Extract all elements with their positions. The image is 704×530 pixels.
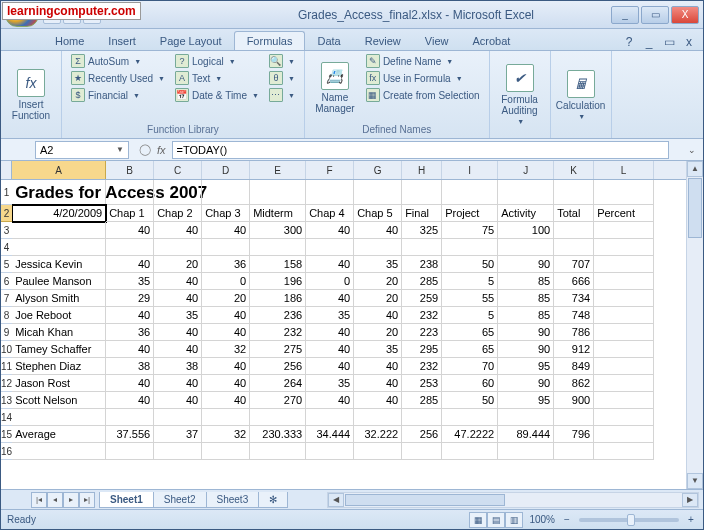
cell[interactable]: 35 [354, 341, 402, 358]
cell[interactable] [594, 273, 654, 290]
cell[interactable]: 47.2222 [442, 426, 498, 443]
cell[interactable]: 666 [554, 273, 594, 290]
row-header[interactable]: 3 [1, 222, 12, 239]
insert-function-button[interactable]: fx Insert Function [7, 53, 55, 136]
cell[interactable]: 90 [498, 375, 554, 392]
cell[interactable]: 186 [250, 290, 306, 307]
cell[interactable]: 223 [402, 324, 442, 341]
cell[interactable]: 36 [106, 324, 154, 341]
cell[interactable]: 285 [402, 273, 442, 290]
zoom-percent[interactable]: 100% [529, 514, 555, 525]
cell[interactable]: Alyson Smith [12, 290, 106, 307]
cell[interactable]: 32.222 [354, 426, 402, 443]
normal-view-button[interactable]: ▦ [469, 512, 487, 528]
tab-page-layout[interactable]: Page Layout [148, 32, 234, 50]
cell[interactable]: 40 [154, 392, 202, 409]
cell[interactable]: 100 [498, 222, 554, 239]
cell[interactable]: 295 [402, 341, 442, 358]
cell[interactable]: 300 [250, 222, 306, 239]
cell[interactable]: 32 [202, 341, 250, 358]
cell[interactable]: Jason Rost [12, 375, 106, 392]
cell[interactable]: 40 [354, 358, 402, 375]
cell[interactable] [594, 324, 654, 341]
cell[interactable]: 40 [154, 341, 202, 358]
cell[interactable]: 95 [498, 358, 554, 375]
cell[interactable]: Average [12, 426, 106, 443]
cell[interactable]: Midterm [250, 205, 306, 222]
cell[interactable] [354, 409, 402, 426]
zoom-out-button[interactable]: − [561, 514, 573, 525]
cell[interactable]: 862 [554, 375, 594, 392]
zoom-slider[interactable] [579, 518, 679, 522]
cell[interactable]: 40 [154, 273, 202, 290]
calculation-button[interactable]: 🖩 Calculation▼ [557, 53, 605, 136]
col-header[interactable]: F [306, 161, 354, 179]
cell[interactable]: 40 [354, 392, 402, 409]
selected-cell[interactable]: 4/20/2009 [12, 205, 106, 222]
define-name-button[interactable]: ✎Define Name▼ [363, 53, 483, 69]
cell[interactable]: 786 [554, 324, 594, 341]
cell[interactable] [250, 409, 306, 426]
cell[interactable]: Micah Khan [12, 324, 106, 341]
select-all-corner[interactable] [1, 161, 12, 180]
cell[interactable]: Joe Reboot [12, 307, 106, 324]
cell[interactable]: 35 [306, 307, 354, 324]
cell[interactable] [554, 239, 594, 256]
cell[interactable] [594, 180, 654, 205]
minimize-button[interactable]: _ [611, 6, 639, 24]
row-header[interactable]: 8 [1, 307, 12, 324]
row-header[interactable]: 11 [1, 358, 12, 375]
cell[interactable]: 40 [354, 375, 402, 392]
cell[interactable]: 236 [250, 307, 306, 324]
cell[interactable] [354, 180, 402, 205]
cell[interactable]: 60 [442, 375, 498, 392]
cell[interactable]: 40 [154, 222, 202, 239]
cell[interactable] [594, 375, 654, 392]
cell[interactable]: 40 [106, 222, 154, 239]
col-header[interactable]: A [12, 161, 106, 179]
scroll-down-icon[interactable]: ▼ [687, 473, 703, 489]
formula-input[interactable]: =TODAY() [172, 141, 669, 159]
cell[interactable]: 90 [498, 324, 554, 341]
cell[interactable]: 55 [442, 290, 498, 307]
cell[interactable]: Project [442, 205, 498, 222]
cell[interactable]: 89.444 [498, 426, 554, 443]
cell[interactable]: 238 [402, 256, 442, 273]
cell[interactable] [442, 409, 498, 426]
row-header[interactable]: 15 [1, 426, 12, 443]
create-from-selection-button[interactable]: ▦Create from Selection [363, 87, 483, 103]
autosum-button[interactable]: ΣAutoSum▼ [68, 53, 168, 69]
cell[interactable] [354, 239, 402, 256]
cell[interactable]: Total [554, 205, 594, 222]
zoom-in-button[interactable]: + [685, 514, 697, 525]
col-header[interactable]: C [154, 161, 202, 179]
cell[interactable] [250, 239, 306, 256]
cell[interactable]: 230.333 [250, 426, 306, 443]
more-functions-button[interactable]: ⋯▼ [266, 87, 298, 103]
cell[interactable]: 40 [154, 375, 202, 392]
cell[interactable] [442, 239, 498, 256]
cell[interactable] [202, 409, 250, 426]
sheet-tab[interactable]: Sheet2 [153, 492, 207, 508]
sheet-nav-next[interactable]: ▸ [63, 492, 79, 508]
cell[interactable]: 90 [498, 256, 554, 273]
cell[interactable]: Chap 2 [154, 205, 202, 222]
col-header[interactable]: I [442, 161, 498, 179]
cell[interactable] [594, 426, 654, 443]
sheet-title-cell[interactable]: Grades for Access 2007 [12, 180, 106, 205]
cell[interactable]: 40 [106, 375, 154, 392]
cell[interactable] [442, 180, 498, 205]
cell[interactable]: 70 [442, 358, 498, 375]
text-button[interactable]: AText▼ [172, 70, 262, 86]
sheet-tab[interactable]: Sheet1 [99, 492, 154, 508]
cell[interactable]: Stephen Diaz [12, 358, 106, 375]
tab-home[interactable]: Home [43, 32, 96, 50]
zoom-thumb[interactable] [627, 514, 635, 526]
cell[interactable] [498, 239, 554, 256]
horizontal-scrollbar[interactable]: ◀ ▶ [327, 492, 699, 508]
cell[interactable]: 748 [554, 307, 594, 324]
cell[interactable]: 40 [306, 324, 354, 341]
cell[interactable] [554, 180, 594, 205]
cell[interactable]: 20 [154, 256, 202, 273]
cell[interactable]: Chap 3 [202, 205, 250, 222]
